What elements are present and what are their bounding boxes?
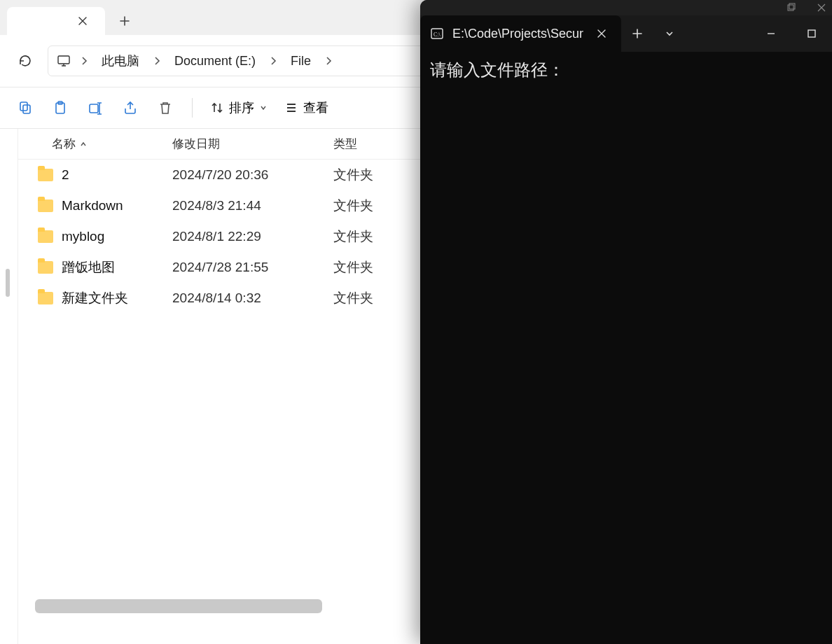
share-icon	[123, 100, 138, 115]
explorer-tab[interactable]	[7, 7, 105, 35]
file-name: myblog	[62, 229, 104, 244]
file-type: 文件夹	[333, 166, 431, 184]
terminal-window-controls	[751, 18, 832, 50]
svg-rect-10	[808, 30, 815, 37]
svg-rect-5	[90, 104, 98, 113]
share-button[interactable]	[115, 92, 146, 123]
file-type: 文件夹	[333, 227, 431, 246]
file-type: 文件夹	[333, 197, 431, 215]
terminal-bg-titlebar	[420, 0, 832, 15]
terminal-window: C:\ E:\Code\Projects\Secur 请输入文件路径：	[420, 0, 832, 644]
restore-icon	[786, 3, 796, 13]
file-name: 新建文件夹	[62, 289, 128, 307]
copy-button[interactable]	[10, 92, 41, 123]
terminal-prompt-text: 请输入文件路径：	[430, 60, 564, 80]
paste-button[interactable]	[45, 92, 76, 123]
svg-rect-6	[788, 5, 793, 10]
svg-rect-0	[58, 56, 69, 64]
sort-button[interactable]: 排序	[204, 95, 274, 120]
maximize-button[interactable]	[791, 18, 832, 50]
close-tab-button[interactable]	[73, 11, 92, 31]
chevron-right-icon[interactable]	[265, 56, 281, 66]
sort-icon	[211, 102, 223, 114]
close-icon	[78, 17, 87, 25]
plus-icon	[120, 16, 130, 26]
terminal-tab[interactable]: C:\ E:\Code\Projects\Secur	[420, 15, 621, 52]
delete-button[interactable]	[150, 92, 181, 123]
breadcrumb-folder[interactable]: File	[286, 51, 315, 71]
chevron-right-icon[interactable]	[149, 56, 165, 66]
file-name: 蹭饭地图	[62, 258, 115, 276]
file-type: 文件夹	[333, 258, 431, 276]
new-tab-button[interactable]	[111, 7, 139, 35]
chevron-right-icon[interactable]	[321, 56, 336, 66]
clipboard-icon	[53, 100, 68, 115]
svg-rect-7	[789, 4, 795, 9]
terminal-tab-bar: C:\ E:\Code\Projects\Secur	[420, 15, 832, 52]
chevron-down-icon	[665, 29, 674, 38]
rename-button[interactable]	[80, 92, 111, 123]
sort-asc-icon	[80, 141, 87, 148]
nav-scroll-marker[interactable]	[6, 269, 10, 297]
svg-text:C:\: C:\	[434, 31, 441, 38]
file-name: 2	[62, 167, 69, 183]
terminal-profile-dropdown[interactable]	[653, 18, 686, 50]
file-type: 文件夹	[333, 289, 431, 307]
toolbar-divider	[192, 98, 193, 118]
file-date: 2024/8/1 22:29	[172, 229, 333, 244]
terminal-new-tab-button[interactable]	[621, 18, 653, 50]
file-date: 2024/7/28 21:55	[172, 260, 333, 275]
close-icon	[597, 29, 606, 38]
breadcrumb-drive[interactable]: Document (E:)	[170, 51, 260, 71]
file-date: 2024/7/20 20:36	[172, 167, 333, 183]
view-button[interactable]: 查看	[278, 95, 335, 120]
column-header-name-label: 名称	[52, 136, 76, 152]
horizontal-scrollbar-thumb[interactable]	[35, 599, 322, 613]
rename-icon	[88, 100, 103, 115]
column-header-type[interactable]: 类型	[333, 136, 431, 152]
maximize-icon	[807, 29, 817, 38]
trash-icon	[158, 100, 173, 115]
file-date: 2024/8/3 21:44	[172, 198, 333, 214]
nav-gutter	[0, 129, 18, 644]
cmd-icon: C:\	[430, 27, 444, 41]
terminal-tab-title: E:\Code\Projects\Secur	[452, 27, 583, 41]
file-name: Markdown	[62, 198, 123, 214]
terminal-tab-close-button[interactable]	[592, 24, 611, 43]
chevron-right-icon[interactable]	[76, 56, 92, 66]
list-icon	[285, 102, 298, 114]
refresh-icon	[18, 54, 32, 68]
breadcrumb-this-pc[interactable]: 此电脑	[97, 50, 144, 72]
folder-icon	[38, 169, 53, 181]
minimize-button[interactable]	[751, 18, 791, 50]
column-header-date[interactable]: 修改日期	[172, 136, 333, 152]
folder-icon	[38, 200, 53, 212]
close-icon	[817, 3, 826, 13]
copy-icon	[18, 100, 33, 115]
svg-rect-2	[23, 105, 30, 113]
minimize-icon	[766, 29, 776, 38]
folder-icon	[38, 261, 53, 274]
sort-label: 排序	[229, 99, 254, 116]
chevron-down-icon	[260, 104, 267, 111]
folder-icon	[38, 230, 53, 243]
file-date: 2024/8/14 0:32	[172, 290, 333, 306]
svg-rect-1	[20, 102, 27, 111]
monitor-icon	[57, 54, 71, 68]
plus-icon	[632, 29, 642, 38]
view-label: 查看	[303, 99, 328, 116]
folder-icon	[38, 292, 53, 304]
column-header-name[interactable]: 名称	[18, 136, 172, 152]
refresh-button[interactable]	[10, 46, 41, 76]
terminal-content[interactable]: 请输入文件路径：	[420, 52, 832, 644]
